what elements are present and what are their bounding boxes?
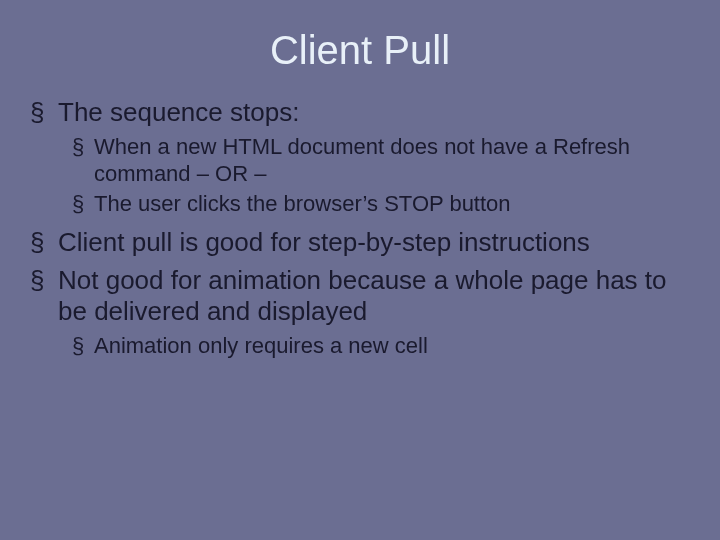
- bullet-icon: §: [72, 134, 94, 187]
- item-text: The sequence stops:: [58, 97, 690, 128]
- bullet-icon: §: [30, 265, 58, 327]
- bullet-icon: §: [72, 333, 94, 359]
- slide: Client Pull § The sequence stops: § When…: [0, 0, 720, 540]
- list-item: § Animation only requires a new cell: [72, 333, 690, 359]
- list-item: § Not good for animation because a whole…: [30, 265, 690, 327]
- slide-content: § The sequence stops: § When a new HTML …: [0, 97, 720, 359]
- list-item: § Client pull is good for step-by-step i…: [30, 227, 690, 258]
- bullet-group-2: § Client pull is good for step-by-step i…: [30, 227, 690, 359]
- list-item: § When a new HTML document does not have…: [72, 134, 690, 187]
- item-text: The user clicks the browser’s STOP butto…: [94, 191, 690, 217]
- bullet-icon: §: [30, 97, 58, 128]
- slide-title: Client Pull: [0, 0, 720, 97]
- list-item: § The sequence stops:: [30, 97, 690, 128]
- item-text: When a new HTML document does not have a…: [94, 134, 690, 187]
- bullet-icon: §: [72, 191, 94, 217]
- item-text: Not good for animation because a whole p…: [58, 265, 690, 327]
- bullet-group-1: § The sequence stops: § When a new HTML …: [30, 97, 690, 217]
- bullet-icon: §: [30, 227, 58, 258]
- list-item: § The user clicks the browser’s STOP but…: [72, 191, 690, 217]
- item-text: Animation only requires a new cell: [94, 333, 690, 359]
- item-text: Client pull is good for step-by-step ins…: [58, 227, 690, 258]
